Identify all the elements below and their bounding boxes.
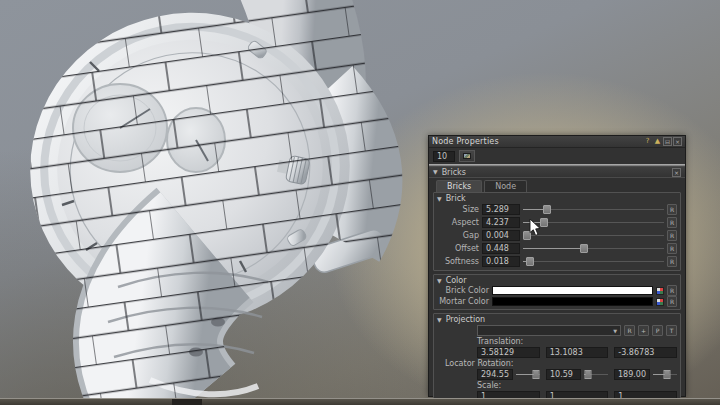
- softness-field[interactable]: 0.018: [482, 256, 520, 267]
- softness-slider[interactable]: [523, 256, 664, 267]
- slider-handle[interactable]: [585, 370, 592, 379]
- brick-group: ▼ Brick Size 5.289 R Aspect 4.237: [433, 192, 681, 271]
- panel-title: Node Properties: [432, 137, 499, 146]
- minimize-icon[interactable]: ⊟: [663, 137, 672, 146]
- pin-icon[interactable]: ▲: [653, 137, 662, 146]
- locator-dropdown-row: ▼ R + P T: [477, 324, 677, 337]
- color-group: ▼ Color Brick Color R Mortar Color R: [433, 274, 681, 310]
- rotation-y-field[interactable]: 10.59: [546, 369, 581, 380]
- chevron-down-icon: ▼: [613, 328, 617, 334]
- panel-titlebar[interactable]: Node Properties ? ▲ ⊟ ×: [429, 136, 685, 148]
- softness-reset-button[interactable]: R: [667, 256, 677, 267]
- mortar-color-reset-button[interactable]: R: [667, 296, 677, 307]
- rotation-z-field[interactable]: 189.00: [614, 369, 650, 380]
- gap-label: Gap: [437, 231, 479, 240]
- prop-row-offset: Offset 0.448 R: [437, 242, 677, 255]
- slider-handle[interactable]: [540, 218, 548, 227]
- scale-label: Scale:: [477, 381, 677, 390]
- projection-t-button[interactable]: T: [666, 325, 677, 336]
- brick-color-row: Brick Color R: [437, 285, 677, 296]
- count-field[interactable]: 10: [433, 151, 455, 162]
- locator-rotation-label: Locator Rotation:: [445, 359, 677, 368]
- aspect-reset-button[interactable]: R: [667, 217, 677, 228]
- prop-row-gap: Gap 0.004 R: [437, 229, 677, 242]
- translation-row: 3.58129 13.1083 -3.86783: [477, 346, 677, 359]
- slider-handle[interactable]: [580, 244, 588, 253]
- color-picker-icon[interactable]: [656, 287, 664, 295]
- thumbnail-button[interactable]: [459, 150, 475, 162]
- color-group-title: Color: [446, 276, 467, 285]
- locator-dropdown[interactable]: ▼: [477, 325, 621, 336]
- offset-reset-button[interactable]: R: [667, 243, 677, 254]
- translation-z-field[interactable]: -3.86783: [614, 347, 677, 358]
- node-header-label: Bricks: [442, 168, 466, 177]
- panel-toolbar: 10: [429, 148, 685, 164]
- tab-bricks[interactable]: Bricks: [436, 180, 482, 192]
- size-reset-button[interactable]: R: [667, 204, 677, 215]
- brick-color-swatch[interactable]: [492, 286, 653, 295]
- collapse-icon[interactable]: ▼: [437, 317, 442, 323]
- brick-color-reset-button[interactable]: R: [667, 285, 677, 296]
- application-window: Node Properties ? ▲ ⊟ × 10 ▼ Bricks × Br…: [0, 0, 720, 405]
- slider-handle[interactable]: [532, 370, 539, 379]
- aspect-label: Aspect: [437, 218, 479, 227]
- size-slider[interactable]: [523, 204, 664, 215]
- aspect-field[interactable]: 4.237: [482, 217, 520, 228]
- tab-node[interactable]: Node: [484, 180, 527, 192]
- bottom-bar: [0, 398, 720, 405]
- projection-group-title: Projection: [446, 315, 486, 324]
- projection-add-button[interactable]: +: [638, 325, 649, 336]
- gap-slider[interactable]: [523, 230, 664, 241]
- mortar-color-row: Mortar Color R: [437, 296, 677, 307]
- aspect-slider[interactable]: [523, 217, 664, 228]
- size-label: Size: [437, 205, 479, 214]
- rotation-z-slider[interactable]: [653, 369, 677, 380]
- projection-r-button[interactable]: R: [624, 325, 635, 336]
- slider-handle[interactable]: [663, 370, 670, 379]
- rotation-x-slider[interactable]: [516, 369, 540, 380]
- mortar-color-swatch[interactable]: [492, 297, 653, 306]
- collapse-icon[interactable]: ▼: [437, 196, 442, 202]
- size-field[interactable]: 5.289: [482, 204, 520, 215]
- prop-row-softness: Softness 0.018 R: [437, 255, 677, 268]
- color-picker-icon[interactable]: [656, 298, 664, 306]
- node-header-bricks[interactable]: ▼ Bricks ×: [429, 166, 685, 178]
- projection-p-button[interactable]: P: [652, 325, 663, 336]
- gap-reset-button[interactable]: R: [667, 230, 677, 241]
- rotation-y-slider[interactable]: [584, 369, 608, 380]
- projection-group: ▼ Projection ▼ R + P T Translation: 3.58…: [433, 313, 681, 405]
- translation-x-field[interactable]: 3.58129: [477, 347, 540, 358]
- rotation-row: 294.55 10.59 189.00: [477, 368, 677, 381]
- image-icon: [463, 153, 471, 159]
- brick-group-title: Brick: [446, 194, 466, 203]
- remove-node-button[interactable]: ×: [672, 168, 681, 177]
- slider-handle[interactable]: [526, 257, 534, 266]
- offset-slider[interactable]: [523, 243, 664, 254]
- translation-y-field[interactable]: 13.1083: [546, 347, 609, 358]
- collapse-icon[interactable]: ▼: [433, 169, 438, 175]
- bottom-bar-notch: [172, 399, 202, 405]
- 3d-viewport[interactable]: [0, 0, 430, 405]
- prop-row-aspect: Aspect 4.237 R: [437, 216, 677, 229]
- watch-model: [0, 0, 430, 405]
- mouse-cursor: [529, 219, 541, 237]
- slider-handle[interactable]: [543, 205, 551, 214]
- tab-bar: Bricks Node: [429, 178, 685, 192]
- close-icon[interactable]: ×: [673, 137, 682, 146]
- offset-label: Offset: [437, 244, 479, 253]
- node-properties-panel: Node Properties ? ▲ ⊟ × 10 ▼ Bricks × Br…: [428, 135, 686, 397]
- help-icon[interactable]: ?: [643, 137, 652, 146]
- translation-label: Translation:: [477, 337, 677, 346]
- collapse-icon[interactable]: ▼: [437, 278, 442, 284]
- brick-color-label: Brick Color: [437, 286, 489, 295]
- prop-row-size: Size 5.289 R: [437, 203, 677, 216]
- offset-field[interactable]: 0.448: [482, 243, 520, 254]
- gap-field[interactable]: 0.004: [482, 230, 520, 241]
- rotation-x-field[interactable]: 294.55: [477, 369, 513, 380]
- mortar-color-label: Mortar Color: [437, 297, 489, 306]
- softness-label: Softness: [437, 257, 479, 266]
